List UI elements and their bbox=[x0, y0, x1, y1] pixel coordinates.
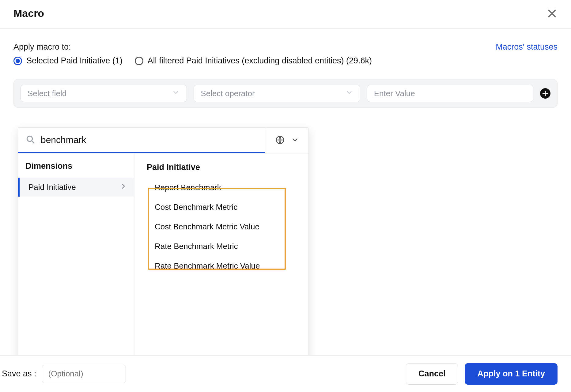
radio-icon bbox=[13, 57, 22, 65]
select-field-placeholder: Select field bbox=[28, 89, 66, 98]
radio-label: All filtered Paid Initiatives (excluding… bbox=[148, 56, 372, 66]
save-as-wrap: Save as : bbox=[2, 365, 126, 383]
search-icon bbox=[25, 134, 35, 145]
close-icon bbox=[546, 8, 558, 19]
svg-point-0 bbox=[27, 136, 32, 141]
radio-all-filtered[interactable]: All filtered Paid Initiatives (excluding… bbox=[135, 56, 372, 66]
radio-selected-initiative[interactable]: Selected Paid Initiative (1) bbox=[13, 56, 123, 66]
filter-bar: Select field Select operator Enter Value bbox=[13, 79, 558, 108]
field-dropdown-panel: Dimensions Paid Initiative Paid Initiati… bbox=[18, 127, 309, 375]
chevron-down-icon bbox=[172, 89, 180, 99]
dropdown-options-col: Paid Initiative Report Benchmark Cost Be… bbox=[134, 153, 308, 375]
apply-button[interactable]: Apply on 1 Entity bbox=[465, 363, 558, 385]
modal-header: Macro bbox=[0, 0, 571, 29]
apply-row: Apply macro to: Macros' statuses bbox=[13, 42, 558, 52]
cancel-button[interactable]: Cancel bbox=[406, 363, 458, 385]
apply-radio-group: Selected Paid Initiative (1) All filtere… bbox=[13, 56, 558, 66]
option-label: Rate Benchmark Metric bbox=[155, 242, 238, 251]
apply-to-label: Apply macro to: bbox=[13, 42, 71, 52]
chevron-down-icon bbox=[345, 89, 353, 99]
dimensions-heading: Dimensions bbox=[18, 161, 134, 178]
value-placeholder: Enter Value bbox=[374, 89, 415, 98]
dropdown-scope-toggle[interactable] bbox=[265, 128, 308, 153]
value-input[interactable]: Enter Value bbox=[367, 85, 533, 102]
dropdown-search-wrap bbox=[18, 128, 265, 153]
option-label: Cost Benchmark Metric bbox=[155, 202, 237, 212]
option-rate-benchmark-metric-value[interactable]: Rate Benchmark Metric Value bbox=[134, 256, 308, 276]
save-as-input[interactable] bbox=[42, 365, 126, 383]
dropdown-body: Dimensions Paid Initiative Paid Initiati… bbox=[18, 153, 308, 375]
chevron-right-icon bbox=[119, 182, 127, 192]
chevron-down-icon bbox=[291, 136, 299, 145]
option-label: Report Benchmark bbox=[155, 183, 221, 192]
footer-buttons: Cancel Apply on 1 Entity bbox=[406, 363, 558, 385]
options-group-title: Paid Initiative bbox=[134, 163, 308, 178]
option-report-benchmark[interactable]: Report Benchmark bbox=[134, 178, 308, 197]
option-cost-benchmark-metric-value[interactable]: Cost Benchmark Metric Value bbox=[134, 217, 308, 236]
close-button[interactable] bbox=[546, 8, 558, 19]
option-cost-benchmark-metric[interactable]: Cost Benchmark Metric bbox=[134, 197, 308, 217]
dropdown-categories-col: Dimensions Paid Initiative bbox=[18, 153, 134, 375]
option-label: Rate Benchmark Metric Value bbox=[155, 261, 260, 271]
dropdown-search-input[interactable] bbox=[41, 135, 258, 145]
dropdown-search-row bbox=[18, 128, 308, 153]
modal-footer: Save as : Cancel Apply on 1 Entity bbox=[0, 355, 571, 392]
select-operator-dropdown[interactable]: Select operator bbox=[194, 85, 360, 102]
select-operator-placeholder: Select operator bbox=[201, 89, 255, 98]
save-as-label: Save as : bbox=[2, 369, 36, 379]
select-field-dropdown[interactable]: Select field bbox=[21, 85, 187, 102]
modal-body: Apply macro to: Macros' statuses Selecte… bbox=[0, 29, 571, 108]
macro-modal: Macro Apply macro to: Macros' statuses S… bbox=[0, 0, 571, 392]
add-filter-button[interactable] bbox=[540, 88, 550, 99]
plus-icon bbox=[541, 89, 549, 97]
category-label: Paid Initiative bbox=[28, 183, 76, 192]
modal-title: Macro bbox=[13, 7, 44, 19]
macros-statuses-link[interactable]: Macros' statuses bbox=[496, 42, 558, 52]
option-label: Cost Benchmark Metric Value bbox=[155, 222, 259, 232]
option-rate-benchmark-metric[interactable]: Rate Benchmark Metric bbox=[134, 236, 308, 256]
radio-label: Selected Paid Initiative (1) bbox=[26, 56, 123, 66]
category-paid-initiative[interactable]: Paid Initiative bbox=[18, 178, 134, 197]
radio-icon bbox=[135, 57, 143, 65]
globe-icon bbox=[275, 135, 285, 146]
